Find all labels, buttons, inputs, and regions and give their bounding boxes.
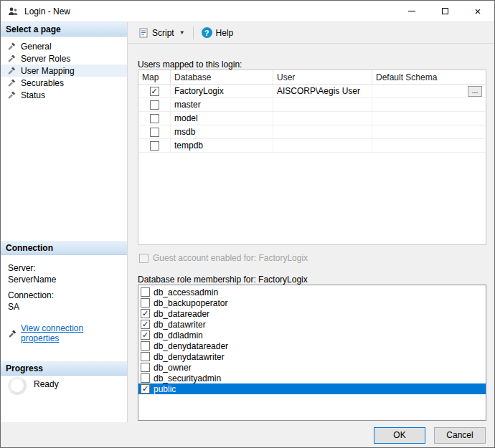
- role-item[interactable]: db_accessadmin: [138, 287, 486, 297]
- select-a-page-header: Select a page: [1, 22, 127, 37]
- wrench-icon: [7, 66, 16, 75]
- script-icon: [138, 28, 148, 38]
- table-row[interactable]: master: [138, 98, 486, 112]
- server-label: Server:: [8, 263, 123, 273]
- browse-button[interactable]: ...: [468, 86, 482, 97]
- sidebar-item-label: User Mapping: [21, 66, 75, 76]
- user-cell: AISCORP\Aegis User: [273, 85, 372, 97]
- role-item[interactable]: db_denydatareader: [138, 340, 486, 351]
- maximize-button[interactable]: [428, 1, 461, 22]
- schema-cell: [372, 112, 486, 125]
- role-item[interactable]: public: [138, 383, 486, 394]
- connection-info: Server: ServerName Connection: SA View c…: [8, 257, 123, 343]
- role-checkbox[interactable]: [141, 320, 150, 329]
- map-checkbox[interactable]: [150, 87, 159, 96]
- user-cell: [273, 125, 372, 138]
- role-name: db_backupoperator: [154, 298, 227, 308]
- role-name: db_datareader: [154, 309, 209, 319]
- map-checkbox[interactable]: [150, 114, 159, 123]
- map-cell: [138, 125, 171, 138]
- sidebar-item-general[interactable]: General: [1, 40, 127, 52]
- schema-cell: [372, 125, 486, 138]
- database-cell: master: [171, 98, 273, 111]
- role-name: public: [154, 384, 176, 394]
- cancel-button[interactable]: Cancel: [434, 427, 486, 444]
- column-header-default-schema: Default Schema: [372, 70, 486, 84]
- role-checkbox[interactable]: [141, 373, 150, 383]
- page-list: General Server Roles User Mapping Secura…: [1, 40, 127, 101]
- database-cell: msdb: [171, 125, 273, 138]
- toolbar: Script ▼ ? Help: [128, 22, 494, 44]
- sidebar-item-status[interactable]: Status: [1, 89, 127, 101]
- sidebar-item-securables[interactable]: Securables: [1, 77, 127, 89]
- sidebar-item-user-mapping[interactable]: User Mapping: [1, 65, 127, 77]
- schema-cell: [372, 139, 486, 152]
- table-row[interactable]: msdb: [138, 125, 486, 139]
- role-name: db_datawriter: [154, 320, 206, 330]
- table-row[interactable]: tempdb: [138, 139, 486, 153]
- help-button-label: Help: [216, 28, 234, 38]
- role-membership-list: db_accessadmin db_backupoperator db_data…: [138, 285, 486, 421]
- guest-account-checkbox[interactable]: [139, 254, 148, 263]
- wrench-icon: [7, 54, 16, 63]
- database-cell: FactoryLogix: [171, 85, 273, 97]
- sidebar-item-label: Status: [21, 90, 45, 100]
- map-checkbox[interactable]: [150, 100, 159, 110]
- progress-status: Ready: [34, 379, 59, 389]
- role-item[interactable]: db_owner: [138, 362, 486, 373]
- role-name: db_securityadmin: [154, 373, 221, 383]
- minimize-icon: [408, 11, 415, 11]
- map-cell: [138, 139, 171, 152]
- ok-button[interactable]: OK: [374, 427, 425, 444]
- titlebar[interactable]: Login - New ×: [1, 1, 494, 22]
- role-name: db_denydatareader: [154, 341, 228, 351]
- close-button[interactable]: ×: [461, 1, 494, 22]
- progress-header: Progress: [1, 361, 127, 376]
- role-item[interactable]: db_securityadmin: [138, 373, 486, 383]
- main-panel: Script ▼ ? Help Users mapped to this log…: [128, 22, 494, 422]
- role-item[interactable]: db_ddladmin: [138, 330, 486, 340]
- role-item[interactable]: db_backupoperator: [138, 297, 486, 308]
- wrench-icon: [7, 42, 16, 51]
- map-checkbox[interactable]: [150, 128, 159, 137]
- role-checkbox[interactable]: [141, 352, 150, 361]
- role-checkbox[interactable]: [141, 298, 150, 308]
- role-checkbox[interactable]: [141, 384, 150, 394]
- help-icon: ?: [202, 27, 212, 38]
- role-membership-label: Database role membership for: FactoryLog…: [138, 275, 308, 285]
- role-name: db_denydatawriter: [154, 352, 225, 362]
- user-mapping-table: Map Database User Default Schema Factory…: [138, 70, 486, 245]
- progress-spinner-icon: [8, 376, 27, 395]
- role-item[interactable]: db_datareader: [138, 308, 486, 319]
- role-checkbox[interactable]: [141, 309, 150, 318]
- user-cell: [273, 112, 372, 125]
- role-checkbox[interactable]: [141, 330, 150, 340]
- script-button[interactable]: Script ▼: [133, 24, 190, 42]
- schema-cell: [372, 98, 486, 111]
- sidebar-item-label: Server Roles: [21, 54, 70, 64]
- column-header-user: User: [273, 70, 372, 84]
- maximize-icon: [442, 8, 448, 14]
- minimize-button[interactable]: [395, 1, 428, 22]
- help-button[interactable]: ? Help: [197, 24, 239, 42]
- role-item[interactable]: db_datawriter: [138, 319, 486, 330]
- table-row[interactable]: model: [138, 112, 486, 125]
- user-cell: [273, 98, 372, 111]
- role-checkbox[interactable]: [141, 363, 150, 372]
- map-cell: [138, 98, 171, 111]
- role-checkbox[interactable]: [141, 287, 150, 297]
- sidebar-item-server-roles[interactable]: Server Roles: [1, 52, 127, 65]
- role-item[interactable]: db_denydatawriter: [138, 351, 486, 362]
- sidebar-item-label: General: [21, 42, 52, 52]
- column-header-map: Map: [138, 70, 171, 84]
- server-value: ServerName: [8, 275, 123, 285]
- table-row[interactable]: FactoryLogix AISCORP\Aegis User ...: [138, 85, 486, 98]
- map-checkbox[interactable]: [150, 141, 159, 151]
- view-connection-properties-link[interactable]: View connection properties: [21, 323, 123, 343]
- connection-header: Connection: [1, 241, 127, 255]
- window-title: Login - New: [24, 6, 70, 16]
- guest-account-row: Guest account enabled for: FactoryLogix: [139, 253, 308, 263]
- chevron-down-icon: ▼: [179, 29, 185, 36]
- database-cell: tempdb: [171, 139, 273, 152]
- role-checkbox[interactable]: [141, 341, 150, 351]
